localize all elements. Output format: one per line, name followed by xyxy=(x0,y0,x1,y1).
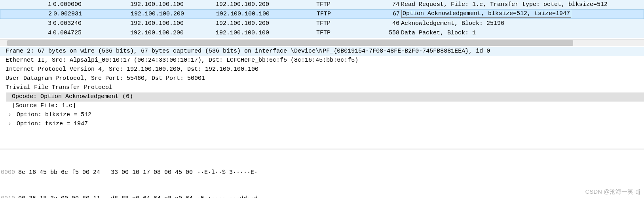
packet-details-pane[interactable]: Frame 2: 67 bytes on wire (536 bits), 67… xyxy=(0,46,644,141)
detail-tftp[interactable]: Trivial File Transfer Protocol xyxy=(6,83,644,92)
hex-bytes: 8c 16 45 bb 6c f5 00 24 33 00 10 17 08 0… xyxy=(18,168,197,177)
col-destination: 192.100.100.200 xyxy=(216,19,316,28)
col-info: Acknowledgement, Block: 25196 xyxy=(401,19,644,28)
col-source: 192.100.100.200 xyxy=(130,28,216,38)
detail-udp[interactable]: User Datagram Protocol, Src Port: 55460,… xyxy=(6,74,644,83)
col-time: 0.002931 xyxy=(53,10,131,19)
table-row-selected[interactable]: 2 0.002931 192.100.100.200 192.100.100.1… xyxy=(0,9,644,19)
col-length: 74 xyxy=(388,0,401,9)
col-length: 67 xyxy=(388,10,401,19)
info-highlight-box: Option Acknowledgement, blksize=512, tsi… xyxy=(401,10,571,18)
hex-dump-pane[interactable]: 00008c 16 45 bb 6c f5 00 24 33 00 10 17 … xyxy=(0,150,644,198)
col-no: 2 xyxy=(0,10,53,19)
hex-row[interactable]: 001000 35 18 3a 00 00 80 11 d8 88 c0 64 … xyxy=(1,194,644,198)
hex-ascii: ··E·l··$ 3·····E· xyxy=(197,168,258,177)
expand-icon[interactable]: › xyxy=(8,120,13,128)
col-length: 558 xyxy=(388,28,401,38)
packet-list[interactable]: 1 0.000000 192.100.100.100 192.100.100.2… xyxy=(0,0,644,39)
detail-ip[interactable]: Internet Protocol Version 4, Src: 192.10… xyxy=(6,65,644,74)
col-length: 46 xyxy=(388,19,401,28)
col-destination: 192.100.100.200 xyxy=(216,0,316,9)
col-time: 0.000000 xyxy=(53,0,130,9)
detail-option-blksize[interactable]: ›Option: blksize = 512 xyxy=(6,111,644,120)
hex-offset: 0010 xyxy=(1,194,18,198)
detail-frame[interactable]: Frame 2: 67 bytes on wire (536 bits), 67… xyxy=(0,47,644,56)
col-time: 0.004725 xyxy=(53,28,130,38)
col-protocol: TFTP xyxy=(316,0,388,9)
col-info: Read Request, File: 1.c, Transfer type: … xyxy=(401,0,644,9)
col-no: 4 xyxy=(0,28,53,38)
hex-ascii: ·5·:···· ···dd··d xyxy=(197,194,258,198)
col-time: 0.003240 xyxy=(53,19,130,28)
detail-opcode-selected[interactable]: Opcode: Option Acknowledgement (6) xyxy=(6,92,644,102)
detail-ethernet[interactable]: Ethernet II, Src: Alpsalpi_00:10:17 (00:… xyxy=(6,56,644,65)
detail-option-tsize[interactable]: ›Option: tsize = 1947 xyxy=(6,120,644,129)
col-no: 1 xyxy=(0,0,53,9)
col-info: Option Acknowledgement, blksize=512, tsi… xyxy=(401,10,644,19)
col-source: 192.100.100.200 xyxy=(131,10,216,19)
col-destination: 192.100.100.100 xyxy=(216,10,317,19)
scrollbar-thumb[interactable] xyxy=(7,40,573,46)
table-row[interactable]: 1 0.000000 192.100.100.100 192.100.100.2… xyxy=(0,0,644,9)
col-protocol: TFTP xyxy=(316,28,388,38)
hex-row[interactable]: 00008c 16 45 bb 6c f5 00 24 33 00 10 17 … xyxy=(1,168,644,177)
table-row[interactable]: 3 0.003240 192.100.100.100 192.100.100.2… xyxy=(0,19,644,28)
col-no: 3 xyxy=(0,19,53,28)
col-protocol: TFTP xyxy=(316,19,388,28)
hex-offset: 0000 xyxy=(1,168,18,177)
horizontal-scrollbar[interactable] xyxy=(0,39,644,46)
col-protocol: TFTP xyxy=(317,10,388,19)
expand-icon[interactable]: › xyxy=(8,111,13,119)
hex-bytes: 00 35 18 3a 00 00 80 11 d8 88 c0 64 64 c… xyxy=(18,194,197,198)
col-info: Data Packet, Block: 1 xyxy=(401,28,644,38)
col-source: 192.100.100.100 xyxy=(130,0,216,9)
table-row[interactable]: 4 0.004725 192.100.100.200 192.100.100.1… xyxy=(0,28,644,38)
col-destination: 192.100.100.100 xyxy=(216,28,316,38)
col-source: 192.100.100.100 xyxy=(130,19,216,28)
detail-source-file[interactable]: [Source File: 1.c] xyxy=(6,102,644,111)
